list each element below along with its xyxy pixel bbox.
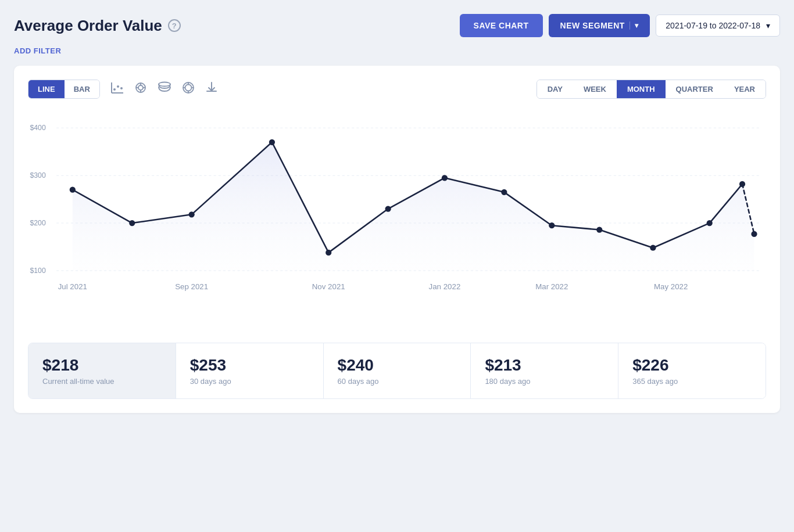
stack-icon[interactable] — [157, 81, 172, 97]
chart-type-group: LINE BAR — [28, 80, 100, 99]
svg-point-26 — [70, 187, 76, 193]
svg-point-13 — [185, 85, 191, 91]
toolbar-left: LINE BAR — [28, 80, 219, 99]
stat-card-180: $213 180 days ago — [471, 343, 618, 398]
axis-icon[interactable] — [110, 81, 124, 97]
stat-label-30: 30 days ago — [190, 377, 309, 386]
time-week-button[interactable]: WEEK — [573, 80, 617, 98]
stat-value-current: $218 — [42, 356, 162, 375]
svg-point-11 — [159, 82, 170, 87]
stat-value-180: $213 — [485, 356, 604, 375]
svg-point-30 — [326, 250, 331, 256]
svg-text:May 2022: May 2022 — [654, 282, 688, 291]
page-header: Average Order Value ? SAVE CHART NEW SEG… — [14, 14, 780, 37]
stats-row: $218 Current all-time value $253 30 days… — [28, 343, 766, 399]
svg-point-36 — [650, 245, 656, 251]
svg-point-38 — [739, 181, 745, 187]
svg-text:$300: $300 — [30, 171, 45, 179]
date-range-button[interactable]: 2021-07-19 to 2022-07-18 ▾ — [656, 15, 780, 37]
svg-point-3 — [117, 85, 119, 88]
chevron-down-icon: ▾ — [630, 21, 639, 30]
chevron-down-icon: ▾ — [766, 21, 770, 30]
toolbar-icons — [110, 81, 219, 98]
svg-text:$400: $400 — [30, 124, 45, 132]
svg-point-35 — [596, 227, 602, 232]
svg-point-31 — [385, 206, 391, 211]
time-month-button[interactable]: MONTH — [617, 80, 666, 98]
time-day-button[interactable]: DAY — [537, 80, 573, 98]
svg-point-37 — [707, 220, 713, 226]
svg-point-39 — [751, 231, 757, 237]
svg-point-28 — [189, 211, 195, 217]
download-icon[interactable] — [205, 81, 219, 98]
header-right: SAVE CHART NEW SEGMENT ▾ 2021-07-19 to 2… — [460, 14, 780, 37]
svg-point-4 — [120, 87, 123, 89]
svg-text:Jan 2022: Jan 2022 — [429, 282, 461, 291]
svg-text:Sep 2021: Sep 2021 — [175, 282, 208, 291]
chart-toolbar: LINE BAR — [28, 80, 766, 99]
page-title: Average Order Value — [14, 17, 162, 35]
time-year-button[interactable]: YEAR — [724, 80, 766, 98]
svg-point-32 — [442, 175, 448, 181]
add-filter-button[interactable]: ADD FILTER — [14, 46, 780, 55]
time-period-group: DAY WEEK MONTH QUARTER YEAR — [537, 80, 766, 99]
stat-label-60: 60 days ago — [338, 377, 457, 386]
svg-point-27 — [129, 220, 135, 226]
stat-value-365: $226 — [632, 356, 752, 375]
svg-text:Mar 2022: Mar 2022 — [535, 282, 568, 291]
chart-type-bar-button[interactable]: BAR — [65, 80, 99, 98]
svg-text:Nov 2021: Nov 2021 — [312, 282, 345, 291]
svg-text:$200: $200 — [30, 219, 45, 227]
stat-card-365: $226 365 days ago — [618, 343, 766, 398]
svg-point-2 — [113, 88, 116, 91]
stat-value-60: $240 — [338, 356, 457, 375]
svg-point-29 — [269, 139, 275, 145]
svg-point-6 — [138, 85, 143, 90]
goal-icon[interactable] — [181, 81, 195, 98]
chart-type-line-button[interactable]: LINE — [28, 80, 65, 98]
chart-card: LINE BAR — [14, 66, 780, 413]
svg-text:Jul 2021: Jul 2021 — [58, 282, 87, 291]
svg-point-34 — [549, 222, 555, 228]
stat-label-180: 180 days ago — [485, 377, 604, 386]
stat-card-current: $218 Current all-time value — [28, 343, 176, 398]
stat-card-30: $253 30 days ago — [176, 343, 324, 398]
help-icon[interactable]: ? — [168, 19, 181, 32]
time-quarter-button[interactable]: QUARTER — [666, 80, 724, 98]
header-left: Average Order Value ? — [14, 17, 181, 35]
stat-value-30: $253 — [190, 356, 309, 375]
stat-label-current: Current all-time value — [42, 377, 162, 386]
svg-point-33 — [501, 189, 507, 195]
svg-text:$100: $100 — [30, 267, 45, 275]
chart-area: $400 $300 $200 $100 — [28, 110, 766, 331]
filter-icon[interactable] — [134, 81, 148, 97]
stat-label-365: 365 days ago — [632, 377, 752, 386]
new-segment-button[interactable]: NEW SEGMENT ▾ — [549, 14, 650, 37]
save-chart-button[interactable]: SAVE CHART — [460, 14, 543, 37]
stat-card-60: $240 60 days ago — [324, 343, 471, 398]
